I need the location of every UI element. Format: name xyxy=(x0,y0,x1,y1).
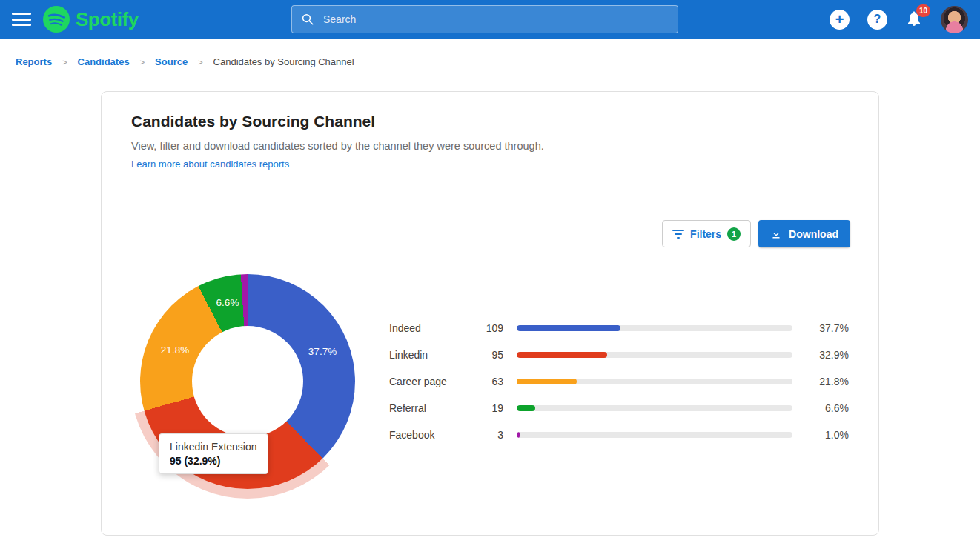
menu-button[interactable] xyxy=(12,13,31,26)
channel-count: 19 xyxy=(472,402,503,414)
channel-percent: 1.0% xyxy=(813,429,849,441)
avatar[interactable] xyxy=(941,6,968,33)
brand-wordmark: Spotify xyxy=(76,8,139,31)
report-card: Candidates by Sourcing Channel View, fil… xyxy=(101,91,879,536)
spotify-logo-icon xyxy=(43,6,70,33)
spotify-logo[interactable]: Spotify xyxy=(43,6,139,33)
page-title: Candidates by Sourcing Channel xyxy=(131,113,849,130)
download-button-label: Download xyxy=(789,228,838,240)
breadcrumb: Reports > Candidates > Source > Candidat… xyxy=(0,39,980,81)
tooltip-title: Linkedin Extension xyxy=(170,441,257,453)
channel-bar-fill xyxy=(517,379,577,384)
download-icon xyxy=(770,228,782,240)
filters-count-badge: 1 xyxy=(727,227,741,241)
breadcrumb-item-source[interactable]: Source xyxy=(155,56,188,67)
slice-label-referral: 6.6% xyxy=(216,297,239,308)
channel-label: Facebook xyxy=(389,429,472,441)
breadcrumb-separator: > xyxy=(198,58,202,67)
filters-button-label: Filters xyxy=(690,228,721,240)
channel-bar-track[interactable] xyxy=(517,325,792,331)
table-row: Facebook 3 1.0% xyxy=(389,429,849,441)
report-header: Candidates by Sourcing Channel View, fil… xyxy=(102,92,878,196)
channel-percent: 6.6% xyxy=(813,402,849,414)
search-bar[interactable] xyxy=(291,5,678,33)
table-row: Referral 19 6.6% xyxy=(389,402,849,414)
channel-bar-list: Indeed 109 37.7% Linkedin 95 32.9% Caree… xyxy=(389,322,849,441)
channel-count: 63 xyxy=(472,376,503,387)
learn-more-link[interactable]: Learn more about candidates reports xyxy=(131,159,289,170)
help-button[interactable]: ? xyxy=(867,10,887,30)
search-input[interactable] xyxy=(323,13,669,25)
channel-percent: 37.7% xyxy=(813,322,849,334)
channel-bar-fill xyxy=(517,325,620,331)
tooltip-value: 95 (32.9%) xyxy=(170,455,257,467)
channel-percent: 21.8% xyxy=(813,376,849,387)
table-row: Linkedin 95 32.9% xyxy=(389,349,849,361)
channel-bar-track[interactable] xyxy=(517,379,792,384)
channel-count: 3 xyxy=(472,429,503,441)
chart-area: 37.7% 32.9% 21.8% 6.6% Linkedin Extensio… xyxy=(102,247,878,489)
breadcrumb-item-candidates[interactable]: Candidates xyxy=(78,56,130,67)
slice-label-indeed: 37.7% xyxy=(308,346,337,357)
channel-percent: 32.9% xyxy=(813,349,849,361)
channel-bar-fill xyxy=(517,352,607,358)
topbar: Spotify + ? 10 xyxy=(0,0,980,39)
hamburger-icon xyxy=(12,13,31,15)
filter-icon xyxy=(672,230,684,239)
search-icon xyxy=(301,13,314,26)
add-button[interactable]: + xyxy=(830,10,850,30)
channel-count: 109 xyxy=(472,322,503,334)
channel-bar-fill xyxy=(517,432,520,438)
download-button[interactable]: Download xyxy=(758,220,850,247)
chart-tooltip: Linkedin Extension 95 (32.9%) xyxy=(159,433,268,474)
report-toolbar: Filters 1 Download xyxy=(102,196,878,247)
breadcrumb-item-reports[interactable]: Reports xyxy=(16,56,52,67)
page-subtitle: View, filter and download candidates sor… xyxy=(131,140,849,152)
donut-hole xyxy=(192,326,303,437)
notifications-button[interactable]: 10 xyxy=(905,10,923,29)
channel-label: Referral xyxy=(389,402,472,414)
table-row: Career page 63 21.8% xyxy=(389,376,849,387)
table-row: Indeed 109 37.7% xyxy=(389,322,849,334)
channel-bar-track[interactable] xyxy=(517,352,792,358)
question-icon: ? xyxy=(874,13,881,26)
donut-chart-wrap: 37.7% 32.9% 21.8% 6.6% Linkedin Extensio… xyxy=(140,274,355,489)
slice-label-career-page: 21.8% xyxy=(161,344,189,356)
channel-label: Linkedin xyxy=(389,349,472,361)
notification-badge: 10 xyxy=(916,4,930,17)
breadcrumb-separator: > xyxy=(140,58,145,67)
channel-bar-track[interactable] xyxy=(517,432,792,438)
channel-bar-fill xyxy=(517,405,535,411)
breadcrumb-separator: > xyxy=(62,58,67,67)
breadcrumb-item-current: Candidates by Sourcing Channel xyxy=(213,56,354,67)
channel-label: Career page xyxy=(389,376,472,387)
plus-icon: + xyxy=(835,12,844,27)
channel-label: Indeed xyxy=(389,322,472,334)
filters-button[interactable]: Filters 1 xyxy=(662,220,751,247)
channel-bar-track[interactable] xyxy=(517,405,792,411)
channel-count: 95 xyxy=(472,349,503,361)
